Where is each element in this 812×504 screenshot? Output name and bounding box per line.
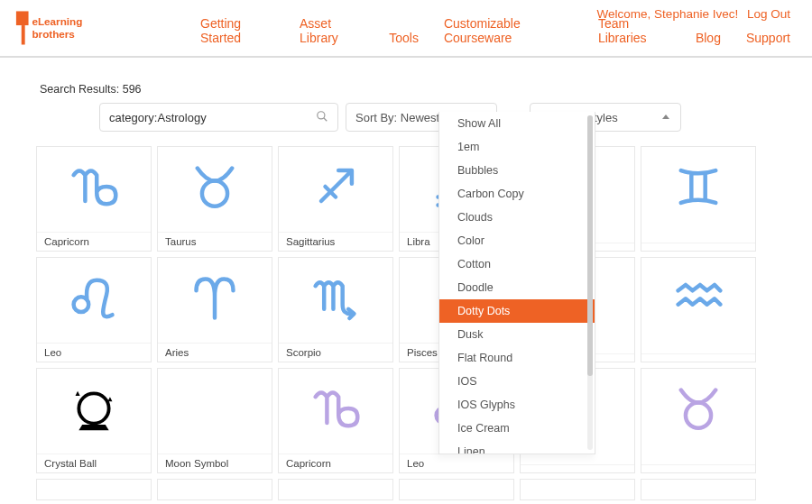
style-option[interactable]: 1em [439, 135, 595, 159]
svg-point-4 [318, 111, 325, 118]
asset-card[interactable]: Moon Symbol [157, 368, 272, 473]
card-label [641, 243, 755, 251]
nav-tools[interactable]: Tools [389, 31, 419, 45]
nav-customizable-courseware[interactable]: Customizable Courseware [444, 16, 573, 45]
card-label [641, 353, 755, 362]
taurus-icon [641, 369, 755, 448]
style-option[interactable]: Show All [439, 112, 595, 135]
style-option[interactable]: Flat Round [439, 346, 595, 370]
style-option[interactable]: Doodle [439, 276, 595, 299]
asset-card[interactable] [520, 479, 635, 500]
nav-getting-started[interactable]: Getting Started [200, 16, 274, 45]
asset-card[interactable] [399, 479, 514, 500]
style-option[interactable]: Clouds [439, 206, 595, 229]
card-label: Sagittarius [279, 232, 392, 251]
card-label: Aries [158, 343, 272, 362]
asset-card[interactable]: Leo [36, 257, 152, 362]
asset-card[interactable] [641, 479, 756, 500]
user-links: Welcome, Stephanie Ivec! Log Out [592, 7, 790, 21]
card-label: Taurus [158, 232, 272, 251]
asset-card[interactable]: Crystal Ball [36, 368, 152, 473]
style-option[interactable]: Dusk [439, 323, 595, 346]
asset-card[interactable] [278, 479, 393, 500]
results-grid: Capricorn Taurus Sagittarius Libra [36, 146, 776, 500]
asset-card[interactable]: Scorpio [278, 257, 393, 362]
card-label: Leo [400, 454, 513, 472]
welcome-text: Welcome, Stephanie Ivec! [597, 7, 739, 21]
aries-icon [158, 258, 272, 337]
asset-card[interactable] [641, 257, 756, 362]
search-icon[interactable] [316, 110, 328, 125]
svg-point-10 [686, 403, 711, 428]
capricorn-icon [279, 369, 392, 448]
nav-blog[interactable]: Blog [696, 31, 721, 45]
asset-card[interactable]: Capricorn [278, 368, 393, 473]
leo-icon [37, 258, 151, 337]
search-input[interactable]: category:Astrology [99, 103, 338, 132]
style-option[interactable]: Carbon Copy [439, 182, 595, 206]
gemini-icon [641, 147, 755, 226]
styles-dropdown-panel: Show All1emBubblesCarbon CopyCloudsColor… [438, 112, 595, 454]
aquarius-icon [641, 258, 755, 337]
card-label: Moon Symbol [158, 454, 272, 472]
svg-rect-1 [22, 25, 25, 44]
logout-link[interactable]: Log Out [747, 7, 790, 21]
scroll-thumb[interactable] [587, 115, 593, 376]
nav-support[interactable]: Support [746, 31, 790, 45]
card-label: Crystal Ball [37, 454, 151, 472]
svg-point-6 [202, 181, 227, 206]
svg-text:eLearning: eLearning [32, 15, 82, 27]
header: eLearning brothers Getting Started Asset… [0, 0, 812, 58]
asset-card[interactable]: Aries [157, 257, 272, 362]
card-label [641, 464, 755, 472]
card-label: Capricorn [37, 232, 151, 251]
results-count: Search Results: 596 [40, 83, 776, 96]
asset-card[interactable]: Capricorn [36, 146, 152, 252]
asset-card[interactable]: Sagittarius [278, 146, 393, 252]
search-value: category:Astrology [109, 111, 207, 124]
svg-point-8 [78, 393, 108, 423]
crystal-ball-icon [37, 369, 151, 448]
card-label: Scorpio [279, 343, 392, 362]
svg-rect-0 [16, 11, 29, 25]
style-option[interactable]: Cotton [439, 252, 595, 276]
main-nav: Getting Started Asset Library Tools Cust… [200, 16, 790, 47]
moon-icon [158, 369, 272, 448]
controls-row: category:Astrology Sort By: Newest Filte… [99, 103, 776, 132]
card-label: Leo [37, 343, 151, 362]
card-label [521, 464, 634, 472]
sagittarius-icon [279, 147, 392, 226]
taurus-icon [158, 147, 272, 226]
svg-text:brothers: brothers [32, 28, 75, 40]
asset-card[interactable] [157, 479, 272, 500]
scorpio-icon [279, 258, 392, 337]
style-option[interactable]: IOS Glyphs [439, 393, 595, 417]
scrollbar[interactable] [587, 115, 593, 450]
style-option[interactable]: Linen [439, 440, 595, 454]
capricorn-icon [37, 147, 151, 226]
style-option[interactable]: IOS [439, 370, 595, 393]
style-option[interactable]: Dotty Dots [439, 299, 595, 323]
asset-card[interactable] [641, 368, 756, 473]
content: Search Results: 596 category:Astrology S… [0, 58, 812, 504]
brand-logo[interactable]: eLearning brothers [13, 7, 83, 47]
style-option[interactable]: Bubbles [439, 159, 595, 182]
sort-label: Sort By: Newest [355, 111, 439, 124]
style-option[interactable]: Ice Cream [439, 417, 595, 440]
asset-card[interactable] [641, 146, 756, 252]
card-label: Capricorn [279, 454, 392, 472]
svg-line-5 [324, 117, 328, 121]
nav-asset-library[interactable]: Asset Library [300, 16, 364, 45]
style-option[interactable]: Color [439, 229, 595, 252]
asset-card[interactable]: Taurus [157, 146, 272, 252]
asset-card[interactable] [36, 479, 152, 500]
